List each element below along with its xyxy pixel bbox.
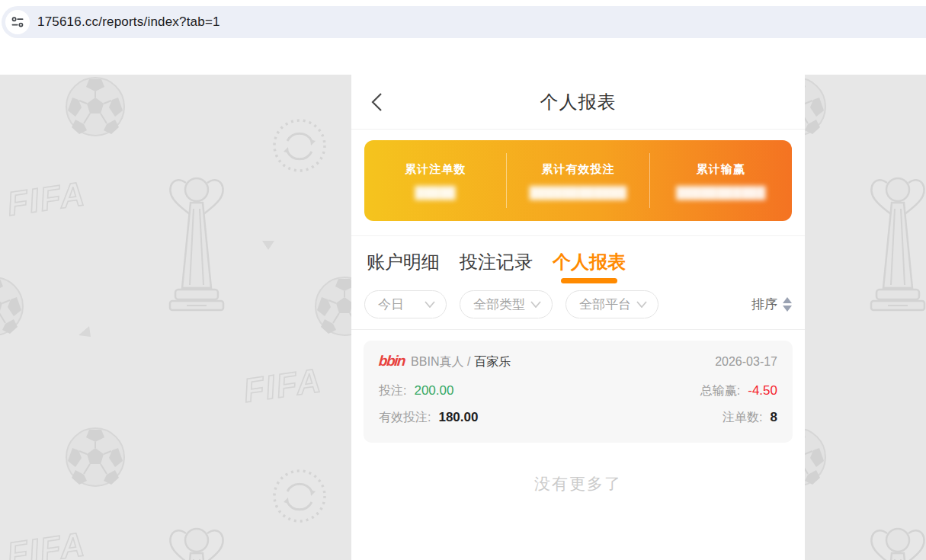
winloss-label: 总输赢: bbox=[700, 383, 740, 399]
summary-label: 累计输赢 bbox=[697, 162, 745, 177]
summary-label: 累计注单数 bbox=[405, 162, 466, 177]
chevron-down-icon bbox=[425, 301, 435, 308]
bet-count-value: 8 bbox=[771, 410, 777, 425]
summary-item-bet-count: 累计注单数 █████ bbox=[364, 153, 506, 208]
filter-date-dropdown[interactable]: 今日 bbox=[364, 290, 447, 318]
bet-label: 投注: bbox=[379, 383, 406, 399]
bbin-logo: bbin bbox=[378, 353, 405, 370]
address-bar[interactable]: 175616.cc/reports/index?tab=1 bbox=[2, 6, 926, 38]
browser-chrome: 175616.cc/reports/index?tab=1 bbox=[0, 0, 926, 75]
bet-count-label: 注单数: bbox=[723, 410, 762, 426]
filter-platform-dropdown[interactable]: 全部平台 bbox=[566, 290, 658, 318]
valid-bet-value: 180.00 bbox=[438, 410, 478, 425]
filter-label: 全部类型 bbox=[473, 296, 525, 313]
provider-name: BBIN真人 / bbox=[411, 354, 470, 370]
record-card: bbin BBIN真人 / 百家乐 2026-03-17 投注: 200.00 … bbox=[364, 341, 793, 443]
tab-bet-records[interactable]: 投注记录 bbox=[458, 236, 534, 287]
tab-bar: 账户明细 投注记录 个人报表 bbox=[351, 236, 805, 287]
filter-label: 今日 bbox=[378, 296, 404, 313]
page-background: FIFA FIFA 个人报表 累计注单数 █ bbox=[0, 75, 926, 560]
empty-state-text: 没有更多了 bbox=[351, 473, 805, 494]
summary-section: 累计注单数 █████ 累计有效投注 ████████████ 累计输赢 ███… bbox=[351, 130, 805, 226]
summary-label: 累计有效投注 bbox=[541, 162, 614, 177]
sort-label: 排序 bbox=[751, 296, 777, 313]
site-settings-button[interactable] bbox=[5, 10, 30, 34]
app-header: 个人报表 bbox=[351, 75, 805, 130]
tab-label: 个人报表 bbox=[553, 250, 626, 274]
summary-masked-value: ████████████ bbox=[530, 187, 627, 199]
summary-masked-value: █████ bbox=[415, 187, 456, 199]
game-name: 百家乐 bbox=[474, 354, 511, 370]
tab-label: 投注记录 bbox=[460, 250, 533, 274]
summary-card: 累计注单数 █████ 累计有效投注 ████████████ 累计输赢 ███… bbox=[364, 140, 792, 221]
filter-type-dropdown[interactable]: 全部类型 bbox=[460, 290, 553, 318]
chevron-left-icon bbox=[371, 92, 383, 112]
back-button[interactable] bbox=[371, 91, 391, 114]
filter-label: 全部平台 bbox=[579, 296, 631, 313]
bet-value: 200.00 bbox=[414, 383, 453, 398]
chevron-down-icon bbox=[530, 301, 541, 308]
report-list: bbin BBIN真人 / 百家乐 2026-03-17 投注: 200.00 … bbox=[351, 341, 805, 494]
chevron-down-icon bbox=[636, 301, 647, 308]
tab-personal-report[interactable]: 个人报表 bbox=[551, 236, 627, 287]
tab-underline bbox=[561, 278, 617, 283]
summary-item-valid-bets: 累计有效投注 ████████████ bbox=[506, 153, 649, 208]
tab-label: 账户明细 bbox=[367, 250, 440, 274]
record-date: 2026-03-17 bbox=[715, 355, 777, 369]
url-text[interactable]: 175616.cc/reports/index?tab=1 bbox=[37, 14, 220, 30]
site-settings-icon bbox=[11, 15, 24, 29]
summary-masked-value: ███████████ bbox=[676, 187, 765, 199]
filter-bar: 今日 全部类型 全部平台 排序 bbox=[351, 287, 805, 330]
tab-account-details[interactable]: 账户明细 bbox=[365, 236, 441, 287]
winloss-value: -4.50 bbox=[748, 383, 777, 398]
sort-icon bbox=[783, 297, 792, 312]
app-panel: 个人报表 累计注单数 █████ 累计有效投注 ████████████ 累计输… bbox=[351, 75, 805, 560]
valid-bet-label: 有效投注: bbox=[379, 410, 431, 426]
sort-control[interactable]: 排序 bbox=[751, 296, 792, 313]
page-title: 个人报表 bbox=[540, 90, 617, 114]
summary-item-winloss: 累计输赢 ███████████ bbox=[649, 153, 792, 208]
